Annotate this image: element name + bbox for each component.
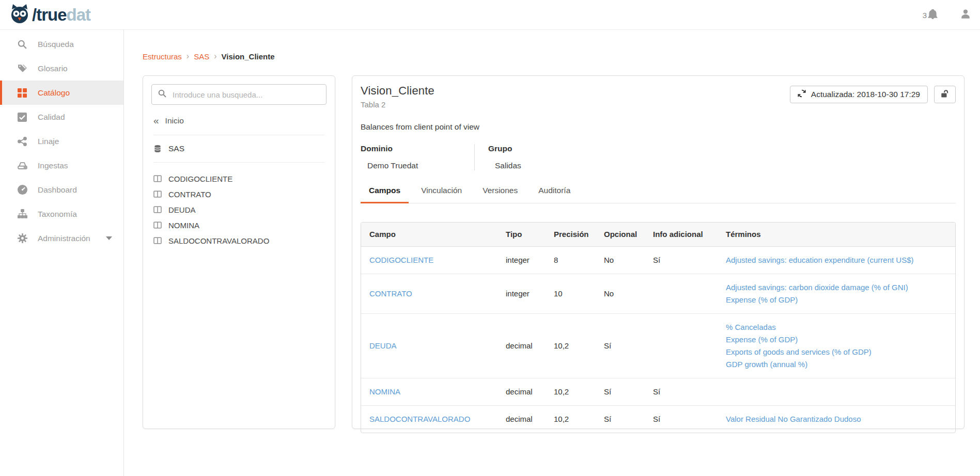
field-optional: Sí (604, 378, 653, 405)
confidential-toggle-button[interactable] (934, 86, 956, 103)
domain-block: Dominio Demo Truedat (361, 144, 474, 170)
grid-icon (17, 88, 27, 98)
main-content: Estructuras › SAS › Vision_Cliente « (124, 30, 980, 476)
column-header-tipo: Tipo (506, 223, 554, 246)
sidebar-item-dashboard[interactable]: Dashboard (0, 178, 123, 202)
sidebar: Búsqueda Glosario Catálogo (0, 30, 124, 476)
field-extra-info: Sí (653, 405, 726, 433)
table-row: CONTRATOinteger10NoAdjusted savings: car… (361, 274, 955, 313)
sidebar-item-glosario[interactable]: Glosario (0, 56, 123, 81)
column-header-opcional: Opcional (604, 223, 653, 246)
field-terms (726, 378, 955, 405)
notification-count-badge: 3 (923, 11, 927, 20)
field-link[interactable]: CODIGOCLIENTE (369, 256, 433, 264)
field-optional: Sí (604, 313, 653, 378)
sidebar-item-ingestas[interactable]: Ingestas (0, 153, 123, 178)
tree-item-codigocliente[interactable]: CODIGOCLIENTE (151, 171, 326, 186)
tree-item-contrato[interactable]: CONTRATO (151, 186, 326, 202)
group-label: Grupo (488, 144, 521, 153)
sitemap-icon (17, 209, 27, 219)
user-icon[interactable] (960, 9, 971, 21)
table-row: DEUDAdecimal10,2Sí% CanceladasExpense (%… (361, 313, 955, 378)
tree-search-box[interactable] (151, 84, 326, 105)
notifications-button[interactable]: 3 (923, 9, 938, 21)
field-extra-info: Sí (653, 378, 726, 405)
group-block: Grupo Salidas (474, 144, 536, 170)
domain-label: Dominio (361, 144, 460, 153)
tree-search-input[interactable] (173, 90, 320, 99)
field-extra-info: Sí (653, 246, 726, 274)
tree-item-deuda[interactable]: DEUDA (151, 202, 326, 217)
column-header-campo: Campo (361, 223, 506, 246)
term-link[interactable]: Valor Residual No Garantizado Dudoso (726, 415, 861, 423)
table-row: NOMINAdecimal10,2SíSí (361, 378, 955, 405)
field-terms: Adjusted savings: education expenditure … (726, 246, 955, 274)
field-precision: 10,2 (554, 313, 604, 378)
tree-back-label: Inicio (165, 116, 184, 125)
term-link[interactable]: Adjusted savings: carbon dioxide damage … (726, 283, 908, 292)
columns-icon (153, 205, 162, 214)
column-header-info-adicional: Info adicional (653, 223, 726, 246)
sidebar-item-calidad[interactable]: Calidad (0, 105, 123, 129)
field-link[interactable]: CONTRATO (369, 289, 412, 298)
breadcrumb-current: Vision_Cliente (222, 52, 275, 61)
tree-table-list: CODIGOCLIENTECONTRATODEUDANOMINASALDOCON… (151, 171, 326, 248)
tab-campos[interactable]: Campos (361, 186, 409, 203)
term-link[interactable]: Exports of goods and services (% of GDP) (726, 347, 872, 356)
breadcrumb-link-sas[interactable]: SAS (194, 52, 209, 61)
tab-vinculacion[interactable]: Vinculación (413, 186, 470, 203)
tree-item-nomina[interactable]: NOMINA (151, 217, 326, 233)
field-type: decimal (506, 405, 554, 433)
table-row: SALDOCONTRAVALORADOdecimal10,2SíSíValor … (361, 405, 955, 433)
field-link[interactable]: NOMINA (369, 387, 400, 396)
field-optional: No (604, 274, 653, 313)
tree-root-sas[interactable]: SAS (153, 135, 324, 163)
tree-item-label: CODIGOCLIENTE (168, 174, 232, 183)
tab-versiones[interactable]: Versiones (474, 186, 526, 203)
refresh-icon (798, 89, 806, 100)
field-link[interactable]: SALDOCONTRAVALORADO (369, 415, 470, 423)
breadcrumb-separator-icon: › (214, 52, 216, 61)
sidebar-item-administracion[interactable]: Administración (0, 226, 123, 250)
gear-icon (17, 233, 27, 243)
logo-wordmark: /truedat (32, 6, 90, 23)
field-precision: 10 (554, 274, 604, 313)
sidebar-item-label: Catálogo (38, 88, 70, 98)
tree-item-label: CONTRATO (168, 190, 211, 199)
share-icon (17, 137, 27, 146)
field-link[interactable]: DEUDA (369, 341, 397, 350)
sidebar-item-busqueda[interactable]: Búsqueda (0, 32, 123, 56)
sidebar-item-catalogo[interactable]: Catálogo (0, 81, 123, 105)
tab-auditoria[interactable]: Auditoría (530, 186, 579, 203)
term-link[interactable]: GDP growth (annual %) (726, 360, 807, 369)
truedat-logo[interactable]: /truedat (9, 4, 90, 26)
fields-table: Campo Tipo Precisión Opcional Info adici… (361, 222, 956, 433)
sidebar-item-label: Administración (38, 234, 90, 243)
field-terms: Adjusted savings: carbon dioxide damage … (726, 274, 955, 313)
table-row: CODIGOCLIENTEinteger8NoSíAdjusted saving… (361, 246, 955, 274)
sidebar-item-label: Dashboard (38, 185, 77, 195)
page-title: Vision_Cliente (361, 84, 434, 98)
tree-item-label: SALDOCONTRAVALORADO (168, 236, 269, 245)
updated-refresh-button[interactable]: Actualizada: 2018-10-30 17:29 (790, 86, 928, 103)
term-link[interactable]: Adjusted savings: education expenditure … (726, 256, 914, 264)
columns-icon (153, 174, 162, 183)
sidebar-item-linaje[interactable]: Linaje (0, 129, 123, 153)
sidebar-item-taxonomia[interactable]: Taxonomía (0, 202, 123, 226)
field-precision: 10,2 (554, 378, 604, 405)
group-value: Salidas (495, 161, 521, 170)
table-header-row: Campo Tipo Precisión Opcional Info adici… (361, 223, 955, 246)
drive-icon (17, 161, 27, 170)
domain-value: Demo Truedat (367, 161, 460, 170)
tree-back-inicio[interactable]: « Inicio (153, 116, 324, 135)
tree-item-label: DEUDA (168, 205, 196, 214)
breadcrumb-link-estructuras[interactable]: Estructuras (143, 52, 182, 61)
term-link[interactable]: % Canceladas (726, 323, 776, 331)
column-header-terminos: Términos (726, 223, 955, 246)
detail-tabs: Campos Vinculación Versiones Auditoría (361, 186, 956, 203)
term-link[interactable]: Expense (% of GDP) (726, 335, 798, 344)
unlock-icon (941, 89, 950, 100)
tree-item-saldocontravalorado[interactable]: SALDOCONTRAVALORADO (151, 233, 326, 248)
fields-table-body: CODIGOCLIENTEinteger8NoSíAdjusted saving… (361, 246, 955, 433)
term-link[interactable]: Expense (% of GDP) (726, 295, 798, 304)
